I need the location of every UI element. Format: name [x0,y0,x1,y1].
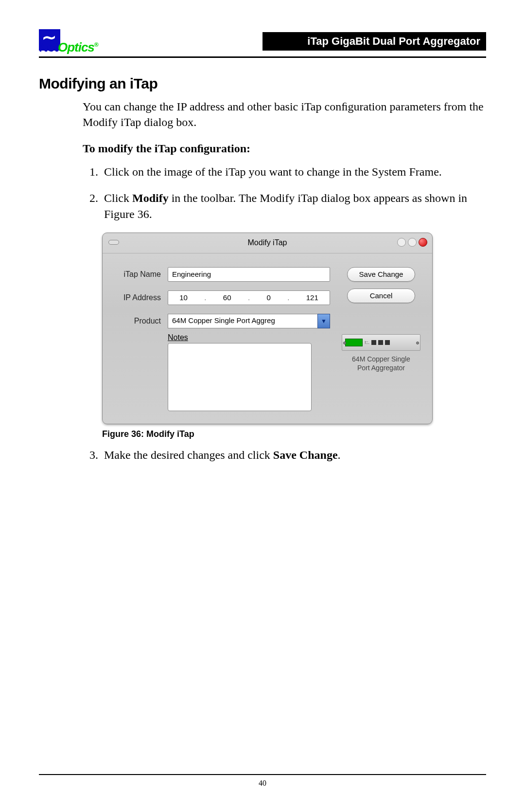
product-select[interactable]: 64M Copper Single Port Aggreg ▼ [168,314,330,328]
figure-36: Modify iTap iTap Name IP Address 10. 60. [102,233,486,424]
figure-caption: Figure 36: Modify iTap [102,429,486,439]
window-button-icon[interactable] [397,238,406,247]
notes-textarea[interactable] [168,343,312,411]
cancel-button[interactable]: Cancel [347,289,415,303]
section-heading: Modifying an iTap [39,75,486,92]
header-rule [39,56,486,58]
ip-address-label: IP Address [112,293,161,302]
logo-net: Net [39,40,58,54]
footer-rule [39,774,486,775]
save-change-button[interactable]: Save Change [347,267,415,282]
product-label: Product [112,317,161,325]
notes-label: Notes [168,333,330,342]
step-3: Make the desired changes and click Save … [101,447,486,463]
doc-title-bar: iTap GigaBit Dual Port Aggregator [262,32,486,51]
window-controls[interactable] [397,238,427,247]
page-number: 40 [39,779,486,788]
dialog-titlebar: Modify iTap [103,233,432,253]
ip-address-input[interactable]: 10. 60. 0. 121 [168,290,330,305]
dialog-title: Modify iTap [248,238,287,247]
close-icon[interactable] [419,238,427,247]
device-icon: !::. [342,334,420,351]
window-button-icon[interactable] [408,238,417,247]
modify-itap-dialog: Modify iTap iTap Name IP Address 10. 60. [102,233,433,424]
device-preview: !::. 64M Copper Single Port Aggregator [342,334,420,372]
intro-paragraph: You can change the IP address and other … [83,99,486,130]
chevron-down-icon[interactable]: ▼ [317,314,330,328]
titlebar-handle-icon [108,240,119,245]
step-2: Click Modify in the toolbar. The Modify … [101,190,486,222]
procedure-subhead: To modify the iTap conﬁguration: [83,142,486,155]
itap-name-input[interactable] [168,267,330,282]
logo-reg: ® [94,41,98,48]
logo-optics: Optics [58,40,94,54]
step-1: Click on the image of the iTap you want … [101,164,486,180]
itap-name-label: iTap Name [112,270,161,279]
brand-logo: ∼ NetOptics® [39,29,122,54]
